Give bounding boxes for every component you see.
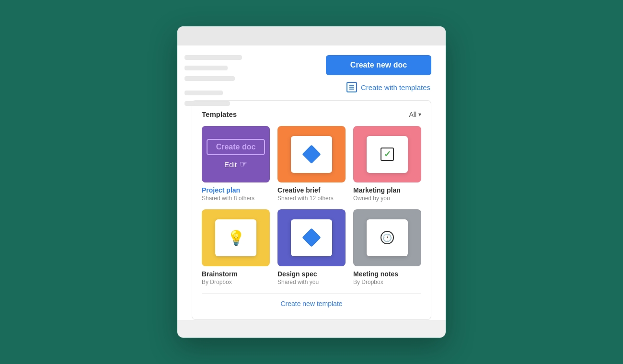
template-link-icon	[346, 82, 357, 92]
template-item-meeting-notes[interactable]: 🕐 Meeting notes By Dropbox	[353, 209, 421, 285]
template-meta-marketing-plan: Owned by you	[353, 195, 421, 202]
thumb-inner	[291, 219, 332, 256]
sidebar-line	[185, 76, 235, 81]
template-meta-brainstorm: By Dropbox	[202, 279, 270, 285]
sidebar-line	[185, 66, 228, 70]
template-thumb-marketing-plan	[353, 126, 421, 182]
sidebar-decoration	[177, 46, 273, 121]
templates-grid: Create doc Edit ☞ Project plan Shared wi…	[202, 126, 421, 285]
template-item-creative-brief[interactable]: Creative brief Shared with 12 others	[277, 126, 346, 202]
template-item-project-plan[interactable]: Create doc Edit ☞ Project plan Shared wi…	[202, 126, 270, 202]
modal: Create new doc Create with templates Tem…	[177, 26, 446, 338]
sidebar-line	[185, 55, 242, 60]
template-thumb-brainstorm: 💡	[202, 209, 270, 266]
template-item-design-spec[interactable]: Design spec Shared with you	[277, 209, 346, 285]
thumb-inner	[291, 136, 332, 173]
thumb-inner: 🕐	[367, 219, 407, 256]
template-name-project-plan: Project plan	[202, 186, 270, 194]
template-thumb-design-spec	[277, 209, 346, 266]
modal-header	[177, 26, 446, 46]
create-new-doc-button[interactable]: Create new doc	[326, 55, 431, 75]
template-meta-project-plan: Shared with 8 others	[202, 195, 270, 202]
filter-dropdown[interactable]: All	[409, 111, 421, 118]
template-name-brainstorm: Brainstorm	[202, 270, 270, 278]
template-meta-design-spec: Shared with you	[277, 279, 346, 285]
diamond-icon	[302, 228, 321, 248]
template-name-design-spec: Design spec	[277, 270, 346, 278]
create-with-templates-link[interactable]: Create with templates	[346, 82, 431, 92]
template-item-marketing-plan[interactable]: Marketing plan Owned by you	[353, 126, 421, 202]
template-name-meeting-notes: Meeting notes	[353, 270, 421, 278]
checkbox-icon	[381, 148, 394, 161]
cursor-icon: ☞	[240, 159, 247, 170]
sidebar-line	[185, 101, 230, 106]
template-thumb-creative-brief	[277, 126, 346, 182]
hover-overlay: Create doc Edit ☞	[202, 126, 270, 182]
thumb-inner: 💡	[215, 219, 256, 256]
create-new-template-link[interactable]: Create new template	[280, 300, 342, 307]
hover-create-doc-label: Create doc	[207, 139, 265, 155]
create-new-template-section: Create new template	[202, 293, 421, 310]
template-item-brainstorm[interactable]: 💡 Brainstorm By Dropbox	[202, 209, 270, 285]
template-thumb-project-plan: Create doc Edit ☞	[202, 126, 270, 182]
bulb-icon: 💡	[227, 229, 245, 246]
clock-icon: 🕐	[381, 231, 394, 244]
create-with-templates-label: Create with templates	[361, 83, 430, 91]
template-meta-creative-brief: Shared with 12 others	[277, 195, 346, 202]
edit-label: Edit	[224, 160, 237, 169]
template-name-marketing-plan: Marketing plan	[353, 186, 421, 194]
template-name-creative-brief: Creative brief	[277, 186, 346, 194]
thumb-inner	[367, 136, 407, 173]
template-thumb-meeting-notes: 🕐	[353, 209, 421, 266]
template-meta-meeting-notes: By Dropbox	[353, 279, 421, 285]
hover-edit: Edit ☞	[224, 159, 247, 170]
sidebar-line	[185, 91, 223, 95]
templates-panel: Templates All Create doc Edit ☞	[192, 100, 431, 320]
diamond-icon	[302, 145, 321, 164]
